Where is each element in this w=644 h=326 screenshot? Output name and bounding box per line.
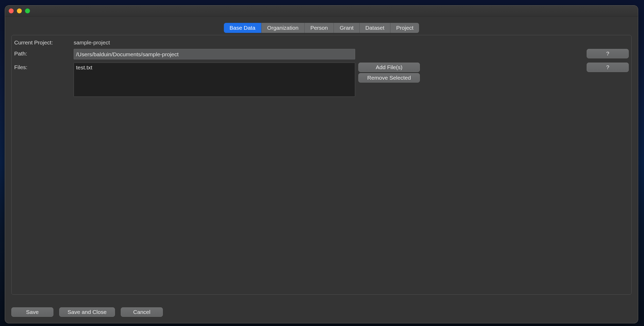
cancel-button[interactable]: Cancel — [121, 307, 163, 317]
path-help-button[interactable]: ? — [587, 49, 629, 58]
tabs-container: Base Data Organization Person Grant Data… — [11, 23, 632, 33]
titlebar — [5, 6, 638, 17]
window-content: Base Data Organization Person Grant Data… — [5, 17, 638, 301]
tab-person[interactable]: Person — [304, 23, 334, 33]
path-label: Path: — [14, 49, 71, 59]
files-label: Files: — [14, 63, 71, 97]
maximize-icon[interactable] — [25, 8, 30, 13]
add-files-button[interactable]: Add File(s) — [358, 63, 420, 72]
minimize-icon[interactable] — [17, 8, 22, 13]
current-project-value: sample-project — [74, 38, 355, 46]
save-button[interactable]: Save — [11, 307, 53, 317]
remove-selected-button[interactable]: Remove Selected — [358, 73, 420, 83]
save-and-close-button[interactable]: Save and Close — [59, 307, 115, 317]
current-project-label: Current Project: — [14, 38, 71, 46]
footer-bar: Save Save and Close Cancel — [5, 301, 638, 323]
close-icon[interactable] — [9, 8, 14, 13]
path-input[interactable]: /Users/balduin/Documents/sample-project — [74, 49, 355, 59]
list-item[interactable]: test.txt — [76, 64, 353, 71]
tab-organization[interactable]: Organization — [261, 23, 304, 33]
traffic-lights — [9, 8, 30, 13]
app-window: Base Data Organization Person Grant Data… — [5, 5, 638, 323]
tabs: Base Data Organization Person Grant Data… — [224, 23, 419, 33]
tab-project[interactable]: Project — [390, 23, 419, 33]
tab-dataset[interactable]: Dataset — [359, 23, 390, 33]
form-panel: Current Project: sample-project Path: /U… — [11, 35, 632, 295]
files-help-button[interactable]: ? — [587, 63, 629, 72]
tab-grant[interactable]: Grant — [334, 23, 359, 33]
files-listbox[interactable]: test.txt — [74, 63, 355, 97]
tab-base-data[interactable]: Base Data — [224, 23, 261, 33]
